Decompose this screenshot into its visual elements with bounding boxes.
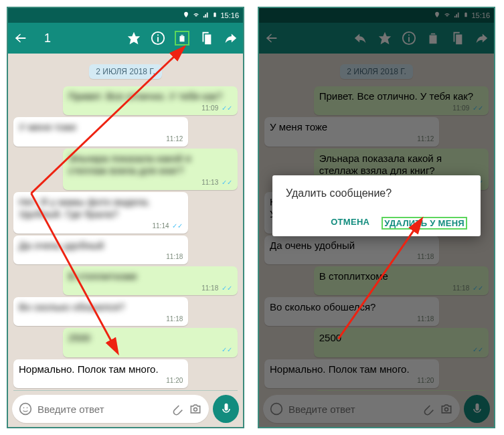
battery-icon: [212, 11, 218, 20]
signal-icon: [203, 11, 209, 19]
phone-right: 15:16 2 ИЮЛЯ 2018 Г. Привет. Все отлично…: [258, 7, 495, 428]
message-time: 11:20: [19, 377, 183, 385]
svg-point-3: [27, 408, 28, 409]
message-time: ✓✓: [68, 346, 232, 355]
message-text: Эльнара показала какой я стеллаж взяла д…: [68, 153, 191, 177]
selection-count: 1: [37, 31, 117, 46]
message-input-box[interactable]: [12, 395, 209, 423]
message-text: Нет. Я у мамы фото видела. Удобный. Где …: [19, 196, 151, 220]
input-bar: [8, 391, 243, 427]
message-bubble[interactable]: Нормально. Полок там много.11:20: [13, 359, 188, 388]
message-bubble[interactable]: Привет. Все отлично. У тебя как?11:09 ✓✓: [63, 86, 238, 115]
message-time: 11:09 ✓✓: [68, 104, 232, 113]
message-text: 2500: [68, 332, 90, 343]
date-chip: 2 ИЮЛЯ 2018 Г.: [89, 64, 162, 79]
status-bar: 15:16: [8, 8, 243, 23]
message-bubble[interactable]: Во сколько обошелся?11:18: [13, 297, 188, 326]
wifi-icon: [192, 11, 200, 19]
attach-icon[interactable]: [170, 402, 183, 416]
message-time: 11:18: [19, 315, 183, 324]
message-input[interactable]: [37, 404, 165, 415]
selection-toolbar: 1: [8, 23, 243, 54]
camera-icon[interactable]: [189, 402, 202, 416]
location-icon: [183, 11, 189, 19]
emoji-icon[interactable]: [19, 402, 32, 416]
message-time: 11:12: [19, 135, 183, 144]
svg-point-1: [20, 404, 31, 415]
delete-icon[interactable]: [175, 31, 189, 46]
message-time: 11:13 ✓✓: [68, 179, 232, 187]
message-text: У меня тоже: [19, 121, 76, 133]
star-icon[interactable]: [127, 31, 141, 46]
message-text: В стоплитхоме: [68, 270, 137, 282]
delete-dialog: Удалить сообщение? ОТМЕНА УДАЛИТЬ У МЕНЯ: [272, 175, 481, 236]
message-bubble[interactable]: Нет. Я у мамы фото видела. Удобный. Где …: [13, 192, 188, 234]
phone-left: 15:16 1 2 ИЮЛЯ 2018 Г. Привет. Все отлич…: [7, 7, 244, 428]
copy-icon[interactable]: [199, 31, 214, 46]
back-icon[interactable]: [13, 31, 28, 46]
message-bubble[interactable]: Эльнара показала какой я стеллаж взяла д…: [63, 149, 238, 190]
message-time: 11:14 ✓✓: [19, 222, 183, 231]
message-text: Во сколько обошелся?: [19, 301, 124, 313]
mic-button[interactable]: [213, 395, 239, 423]
status-time: 15:16: [220, 11, 239, 19]
message-time: 11:18 ✓✓: [68, 284, 232, 293]
chat-area: 2 ИЮЛЯ 2018 Г. Привет. Все отлично. У те…: [8, 54, 243, 391]
message-text: Привет. Все отлично. У тебя как?: [68, 90, 222, 102]
message-bubble[interactable]: Да очень удобный11:18: [13, 236, 188, 264]
cancel-button[interactable]: ОТМЕНА: [331, 217, 369, 230]
forward-icon[interactable]: [223, 31, 238, 46]
message-time: 11:18: [19, 253, 183, 262]
delete-for-me-button[interactable]: УДАЛИТЬ У МЕНЯ: [382, 217, 467, 230]
info-icon[interactable]: [151, 31, 165, 46]
message-text: Нормально. Полок там много.: [19, 363, 159, 375]
svg-point-4: [194, 408, 197, 411]
message-bubble[interactable]: В стоплитхоме11:18 ✓✓: [63, 266, 238, 295]
message-bubble[interactable]: 2500 ✓✓: [63, 328, 238, 357]
message-bubble[interactable]: У меня тоже11:12: [13, 117, 188, 146]
message-text: Да очень удобный: [19, 240, 104, 251]
svg-point-2: [23, 408, 25, 409]
dialog-title: Удалить сообщение?: [286, 187, 467, 199]
